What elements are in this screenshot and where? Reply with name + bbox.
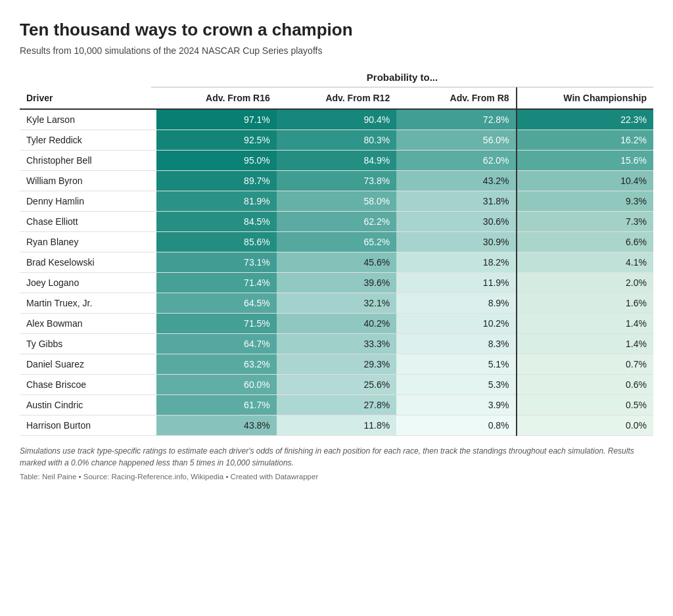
table-row: Austin Cindric61.7%27.8%3.9%0.5%	[20, 395, 653, 415]
r8-value: 30.6%	[396, 212, 516, 232]
table-row: William Byron89.7%73.8%43.2%10.4%	[20, 171, 653, 191]
r8-value: 3.9%	[396, 395, 516, 415]
r16-value: 92.5%	[156, 130, 276, 151]
driver-name: Chase Briscoe	[20, 375, 156, 395]
table-row: Chase Briscoe60.0%25.6%5.3%0.6%	[20, 375, 653, 395]
champ-value: 0.6%	[517, 375, 653, 395]
r8-value: 62.0%	[396, 151, 516, 171]
r16-value: 43.8%	[156, 415, 276, 436]
table-row: Daniel Suarez63.2%29.3%5.1%0.7%	[20, 354, 653, 375]
r16-value: 84.5%	[156, 212, 276, 232]
table-row: Kyle Larson97.1%90.4%72.8%22.3%	[20, 109, 653, 130]
champ-value: 10.4%	[517, 171, 653, 191]
r16-value: 64.7%	[156, 334, 276, 354]
driver-name: Chase Elliott	[20, 212, 156, 232]
r12-value: 45.6%	[277, 252, 396, 273]
r8-value: 31.8%	[396, 191, 516, 212]
r12-value: 62.2%	[277, 212, 396, 232]
r12-value: 32.1%	[277, 293, 396, 314]
driver-name: Harrison Burton	[20, 415, 156, 436]
col-header-r16: Adv. From R16	[156, 87, 276, 109]
subtitle: Results from 10,000 simulations of the 2…	[20, 45, 653, 56]
r12-value: 27.8%	[277, 395, 396, 415]
driver-name: Martin Truex, Jr.	[20, 293, 156, 314]
table-row: Ryan Blaney85.6%65.2%30.9%6.6%	[20, 232, 653, 252]
r8-value: 72.8%	[396, 109, 516, 130]
r16-value: 60.0%	[156, 375, 276, 395]
r12-value: 25.6%	[277, 375, 396, 395]
driver-name: Tyler Reddick	[20, 130, 156, 151]
r12-value: 39.6%	[277, 273, 396, 293]
footer-note: Simulations use track type-specific rati…	[20, 445, 653, 469]
r12-value: 80.3%	[277, 130, 396, 151]
table-row: Martin Truex, Jr.64.5%32.1%8.9%1.6%	[20, 293, 653, 314]
driver-name: Kyle Larson	[20, 109, 156, 130]
r16-value: 85.6%	[156, 232, 276, 252]
col-header-r12: Adv. From R12	[277, 87, 396, 109]
r12-value: 73.8%	[277, 171, 396, 191]
driver-name: Brad Keselowski	[20, 252, 156, 273]
r8-value: 5.3%	[396, 375, 516, 395]
champ-value: 4.1%	[517, 252, 653, 273]
driver-name: William Byron	[20, 171, 156, 191]
champ-value: 0.5%	[517, 395, 653, 415]
col-header-r8: Adv. From R8	[396, 87, 516, 109]
r16-value: 81.9%	[156, 191, 276, 212]
r8-value: 5.1%	[396, 354, 516, 375]
source-attribution: Table: Neil Paine • Source: Racing-Refer…	[20, 473, 653, 481]
r12-value: 58.0%	[277, 191, 396, 212]
champ-value: 1.4%	[517, 334, 653, 354]
r16-value: 63.2%	[156, 354, 276, 375]
driver-name: Denny Hamlin	[20, 191, 156, 212]
r12-value: 90.4%	[277, 109, 396, 130]
champ-value: 1.6%	[517, 293, 653, 314]
r8-value: 0.8%	[396, 415, 516, 436]
r8-value: 10.2%	[396, 314, 516, 334]
page-title: Ten thousand ways to crown a champion	[20, 20, 653, 40]
driver-name: Christopher Bell	[20, 151, 156, 171]
col-header-driver: Driver	[20, 87, 156, 109]
r16-value: 89.7%	[156, 171, 276, 191]
table-row: Harrison Burton43.8%11.8%0.8%0.0%	[20, 415, 653, 436]
r12-value: 11.8%	[277, 415, 396, 436]
data-table: Driver Adv. From R16 Adv. From R12 Adv. …	[20, 87, 653, 436]
r8-value: 43.2%	[396, 171, 516, 191]
table-row: Brad Keselowski73.1%45.6%18.2%4.1%	[20, 252, 653, 273]
r16-value: 64.5%	[156, 293, 276, 314]
r8-value: 18.2%	[396, 252, 516, 273]
champ-value: 2.0%	[517, 273, 653, 293]
champ-value: 9.3%	[517, 191, 653, 212]
r8-value: 56.0%	[396, 130, 516, 151]
driver-name: Austin Cindric	[20, 395, 156, 415]
table-row: Chase Elliott84.5%62.2%30.6%7.3%	[20, 212, 653, 232]
r8-value: 30.9%	[396, 232, 516, 252]
r12-value: 33.3%	[277, 334, 396, 354]
r12-value: 65.2%	[277, 232, 396, 252]
r12-value: 29.3%	[277, 354, 396, 375]
r8-value: 11.9%	[396, 273, 516, 293]
champ-value: 16.2%	[517, 130, 653, 151]
r16-value: 95.0%	[156, 151, 276, 171]
driver-name: Daniel Suarez	[20, 354, 156, 375]
r8-value: 8.3%	[396, 334, 516, 354]
table-row: Alex Bowman71.5%40.2%10.2%1.4%	[20, 314, 653, 334]
driver-name: Alex Bowman	[20, 314, 156, 334]
champ-value: 0.0%	[517, 415, 653, 436]
table-row: Joey Logano71.4%39.6%11.9%2.0%	[20, 273, 653, 293]
col-header-champ: Win Championship	[517, 87, 653, 109]
driver-name: Joey Logano	[20, 273, 156, 293]
column-headers: Driver Adv. From R16 Adv. From R12 Adv. …	[20, 87, 653, 109]
r12-value: 40.2%	[277, 314, 396, 334]
table-row: Ty Gibbs64.7%33.3%8.3%1.4%	[20, 334, 653, 354]
champ-value: 0.7%	[517, 354, 653, 375]
r8-value: 8.9%	[396, 293, 516, 314]
r12-value: 84.9%	[277, 151, 396, 171]
r16-value: 61.7%	[156, 395, 276, 415]
r16-value: 71.4%	[156, 273, 276, 293]
champ-value: 15.6%	[517, 151, 653, 171]
driver-name: Ty Gibbs	[20, 334, 156, 354]
r16-value: 71.5%	[156, 314, 276, 334]
table-row: Denny Hamlin81.9%58.0%31.8%9.3%	[20, 191, 653, 212]
prob-header: Probability to...	[151, 72, 653, 87]
champ-value: 6.6%	[517, 232, 653, 252]
